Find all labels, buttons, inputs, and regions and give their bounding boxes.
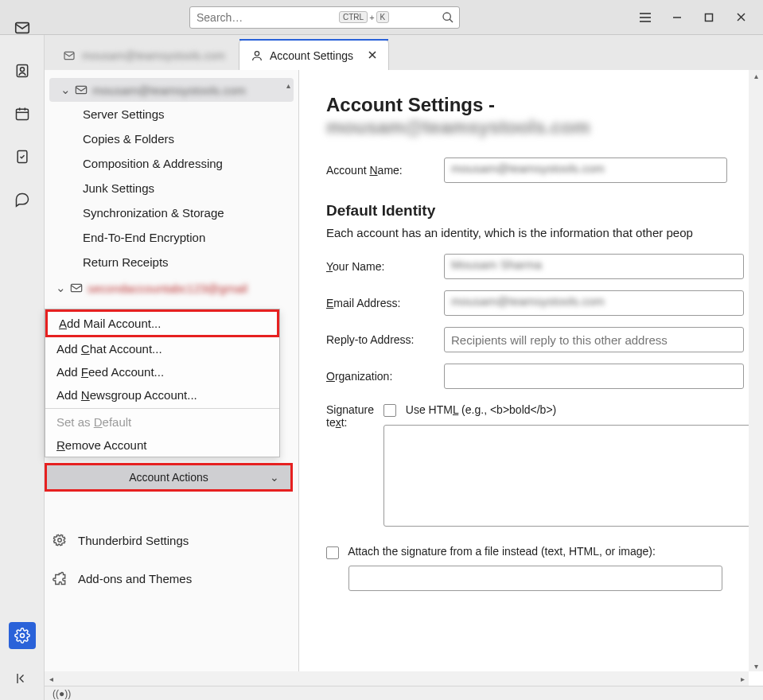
tab-settings-label: Account Settings — [270, 49, 353, 62]
scroll-right-icon[interactable]: ▸ — [736, 675, 749, 683]
svg-point-25 — [58, 539, 62, 542]
search-input[interactable] — [195, 10, 337, 25]
settings-gear-icon[interactable] — [9, 622, 36, 649]
sidebar-item-e2e[interactable]: End-To-End Encryption — [45, 225, 298, 250]
mail-account-icon — [75, 85, 88, 95]
calendar-icon[interactable] — [9, 100, 36, 127]
scroll-up-icon[interactable]: ▴ — [751, 70, 761, 81]
sidebar-addons-themes[interactable]: Add-ons and Themes — [53, 571, 192, 585]
menu-set-as-default: Set as Default — [45, 410, 279, 434]
vertical-scrollbar[interactable]: ▴ ▾ — [749, 70, 763, 671]
organization-label: Organization: — [326, 370, 434, 383]
account-name-field[interactable]: mousam@teamsystools.com — [444, 158, 727, 183]
menu-add-chat-account[interactable]: Add Chat Account... — [45, 337, 279, 360]
menu-separator — [45, 408, 279, 409]
tab-close-icon[interactable] — [368, 49, 377, 62]
scroll-left-icon[interactable]: ◂ — [45, 675, 57, 683]
account-icon — [63, 49, 76, 62]
sidebar-item-junk[interactable]: Junk Settings — [45, 176, 298, 200]
settings-person-icon — [251, 49, 263, 62]
email-field[interactable]: mousam@teamsystools.com — [444, 290, 744, 316]
gear-icon — [53, 533, 67, 547]
addons-label: Add-ons and Themes — [78, 572, 192, 585]
thunderbird-settings-label: Thunderbird Settings — [78, 534, 189, 547]
chevron-down-icon: ⌄ — [56, 281, 65, 295]
chat-icon[interactable] — [9, 186, 36, 213]
tab-account-mail[interactable]: mousam@teamsystools.com — [51, 40, 237, 70]
horizontal-scrollbar[interactable]: ◂ ▸ — [45, 671, 749, 686]
attach-signature-label: Attach the signature from a file instead… — [348, 545, 656, 558]
global-search[interactable]: CTRL + K — [189, 6, 460, 29]
sidebar-thunderbird-settings[interactable]: Thunderbird Settings — [53, 533, 189, 547]
your-name-label: Your Name: — [326, 260, 434, 273]
organization-field[interactable] — [444, 364, 744, 389]
app-menu-button[interactable] — [629, 6, 661, 29]
signature-text-label: Signature text: — [326, 403, 374, 429]
sidebar-item-return-receipts[interactable]: Return Receipts — [45, 250, 298, 274]
svg-point-17 — [20, 634, 24, 638]
account-1[interactable]: ⌄ mousam@teamsystools.com — [49, 78, 294, 102]
sync-status-icon: ((●)) — [53, 688, 71, 699]
svg-rect-24 — [71, 284, 81, 291]
menu-add-newsgroup-account[interactable]: Add Newsgroup Account... — [45, 383, 279, 406]
puzzle-icon — [53, 571, 67, 585]
sidebar-item-copies-folders[interactable]: Copies & Folders — [45, 126, 298, 151]
your-name-field[interactable]: Mousam Sharma — [444, 254, 744, 279]
kbd-plus: + — [369, 13, 374, 22]
mail-account-icon — [70, 283, 83, 293]
svg-line-1 — [450, 19, 453, 22]
signature-textarea[interactable] — [383, 425, 757, 527]
search-icon[interactable] — [442, 11, 454, 24]
account-2[interactable]: ⌄ secondaccountabc123@gmail — [45, 276, 298, 300]
sidebar-item-sync-storage[interactable]: Synchronization & Storage — [45, 200, 298, 225]
page-title: Account Settings - mousam@teamsystools.c… — [326, 94, 744, 138]
menu-add-mail-account[interactable]: Add Mail Account... — [45, 309, 279, 337]
use-html-label: Use HTML (e.g., <b>bold</b>) — [406, 403, 556, 416]
use-html-checkbox[interactable] — [383, 404, 396, 417]
tasks-icon[interactable] — [9, 143, 36, 170]
account-actions-menu: Add Mail Account... Add Chat Account... … — [45, 309, 280, 457]
menu-remove-account[interactable]: Remove Account — [45, 434, 279, 457]
svg-rect-12 — [16, 109, 28, 119]
identity-description: Each account has an identity, which is t… — [326, 226, 744, 239]
account-1-label: mousam@teamsystools.com — [92, 84, 246, 97]
tab-account-label: mousam@teamsystools.com — [82, 49, 225, 62]
svg-point-20 — [255, 51, 259, 55]
svg-rect-6 — [706, 14, 713, 21]
account-name-label: Account Name: — [326, 164, 434, 177]
window-close[interactable] — [725, 6, 757, 29]
kbd-k: K — [376, 11, 390, 23]
kbd-ctrl: CTRL — [339, 11, 368, 23]
accounts-sidebar: ⌄ mousam@teamsystools.com Server Setting… — [45, 70, 299, 700]
tab-account-settings[interactable]: Account Settings — [239, 40, 389, 70]
account-actions-button[interactable]: Account Actions ⌄ — [45, 463, 293, 492]
attach-signature-checkbox[interactable] — [326, 546, 339, 559]
collapse-spaces-icon[interactable] — [9, 665, 36, 692]
mail-tab-icon[interactable] — [9, 14, 36, 41]
reply-to-label: Reply-to Address: — [326, 333, 434, 346]
activity-bar — [0, 35, 45, 700]
reply-to-field[interactable] — [444, 327, 744, 352]
signature-file-path[interactable] — [348, 566, 722, 591]
email-label: Email Address: — [326, 297, 434, 309]
status-bar: ((●)) — [45, 686, 763, 700]
default-identity-heading: Default Identity — [326, 202, 744, 220]
chevron-down-icon: ⌄ — [270, 471, 279, 484]
sidebar-item-server-settings[interactable]: Server Settings — [45, 102, 298, 126]
scroll-up-icon[interactable]: ▴ — [286, 81, 290, 90]
svg-rect-23 — [76, 86, 86, 93]
address-book-icon[interactable] — [9, 57, 36, 84]
settings-page: Account Settings - mousam@teamsystools.c… — [299, 70, 763, 700]
titlebar: CTRL + K — [0, 0, 763, 35]
account-2-label: secondaccountabc123@gmail — [88, 282, 247, 295]
window-minimize[interactable] — [661, 6, 693, 29]
sidebar-item-composition[interactable]: Composition & Addressing — [45, 151, 298, 176]
window-maximize[interactable] — [693, 6, 725, 29]
chevron-down-icon: ⌄ — [60, 83, 70, 97]
svg-point-0 — [443, 13, 450, 20]
tab-strip: mousam@teamsystools.com Account Settings — [45, 35, 763, 70]
menu-add-feed-account[interactable]: Add Feed Account... — [45, 360, 279, 383]
svg-point-11 — [20, 68, 24, 72]
sidebar-inner-scroll[interactable]: ▴ ▾ — [282, 81, 294, 493]
scroll-down-icon[interactable]: ▾ — [751, 660, 761, 671]
